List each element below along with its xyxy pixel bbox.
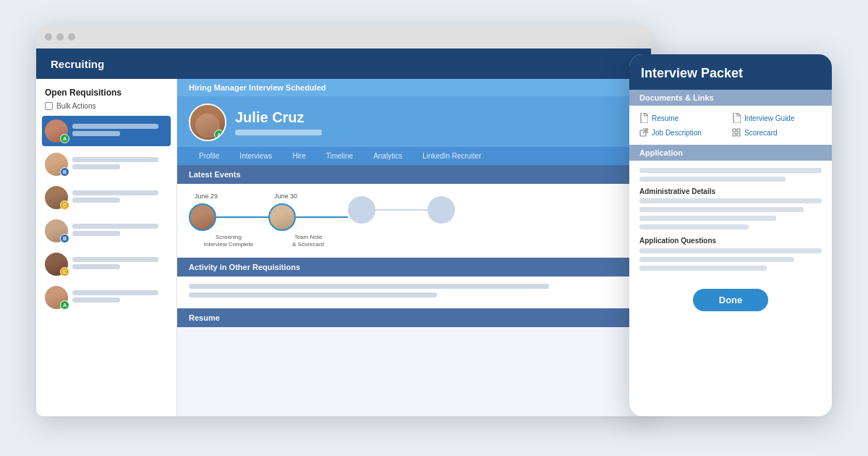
badge-4: C xyxy=(60,267,69,276)
doc-job-description[interactable]: Job Description xyxy=(639,127,729,138)
file-icon-resume xyxy=(639,113,648,123)
sidebar-text-1 xyxy=(72,157,168,172)
app-body: Open Requisitions Bulk Actions A xyxy=(36,79,651,416)
done-button[interactable]: Done xyxy=(693,289,769,311)
activity-header: Activity in Other Requisitions xyxy=(177,258,651,276)
phone-docs-section-label: Documents & Links xyxy=(629,90,832,106)
sidebar-text-5 xyxy=(72,290,168,305)
scene: Recruiting Open Requisitions Bulk Action… xyxy=(36,25,832,431)
sidebar-text-4 xyxy=(72,257,168,271)
admin-bar-1 xyxy=(639,198,822,203)
timeline-node-3 xyxy=(427,196,455,224)
phone-header: Interview Packet xyxy=(629,54,832,90)
nav-linkedin[interactable]: LinkedIn Recruiter xyxy=(412,147,491,165)
app-bar-1 xyxy=(639,168,822,173)
sidebar-bar-4b xyxy=(72,264,120,269)
timeline-label-1: Team Note& Scorecard xyxy=(292,234,324,249)
doc-interview-guide[interactable]: Interview Guide xyxy=(732,113,822,123)
sidebar-title: Open Requisitions xyxy=(42,88,171,98)
sidebar-bar-5a xyxy=(72,290,158,295)
main-content: Hiring Manager Interview Scheduled A Jul… xyxy=(177,79,651,416)
avatar-wrap-0: A xyxy=(45,119,68,143)
badge-5: A xyxy=(60,300,69,310)
bulk-actions-checkbox[interactable] xyxy=(45,102,53,110)
svg-rect-4 xyxy=(737,133,740,136)
timeline-connector-0 xyxy=(189,203,268,231)
doc-resume-label: Resume xyxy=(652,114,678,122)
sidebar-item-3[interactable]: B xyxy=(42,216,171,246)
candidate-header: Hiring Manager Interview Scheduled A Jul… xyxy=(177,79,651,165)
grid-icon xyxy=(732,127,741,138)
timeline-line-1 xyxy=(296,216,348,218)
badge-0: A xyxy=(60,134,69,143)
badge-1: B xyxy=(60,167,69,177)
question-bar-3 xyxy=(639,266,767,271)
candidate-avatar: A xyxy=(189,104,226,141)
nav-hire[interactable]: Hire xyxy=(282,147,315,165)
sidebar-item-1[interactable]: B xyxy=(42,149,171,180)
avatar-wrap-5: A xyxy=(45,286,68,309)
candidate-badge: A xyxy=(214,130,224,140)
sidebar-item-4[interactable]: C xyxy=(42,249,171,279)
question-bar-1 xyxy=(639,248,822,253)
app-questions-label: Application Questions xyxy=(639,237,822,245)
candidate-name-block: Julie Cruz xyxy=(235,109,322,135)
timeline-date-0: June 29 xyxy=(195,193,218,200)
sidebar-item-5[interactable]: A xyxy=(42,282,171,313)
external-link-icon xyxy=(639,127,648,138)
avatar-wrap-2: C xyxy=(45,186,68,209)
doc-interview-guide-label: Interview Guide xyxy=(744,114,794,122)
browser-dot-1 xyxy=(45,33,52,41)
svg-rect-2 xyxy=(737,129,740,132)
candidate-nav: Profile Interviews Hire Timeline Analyti… xyxy=(177,147,651,165)
timeline-item-1: June 30 Team Note& Scorecard xyxy=(268,193,348,249)
app-title: Recruiting xyxy=(51,58,104,70)
admin-bar-4 xyxy=(639,224,749,229)
activity-section xyxy=(177,276,651,308)
doc-job-desc-label: Job Description xyxy=(652,129,702,137)
sidebar-bar-0b xyxy=(72,131,120,136)
sidebar-text-3 xyxy=(72,224,168,238)
doc-scorecard-label: Scorecard xyxy=(744,129,778,137)
nav-timeline[interactable]: Timeline xyxy=(316,147,363,165)
bulk-actions-label: Bulk Actions xyxy=(56,102,95,110)
nav-analytics[interactable]: Analytics xyxy=(363,147,412,165)
sidebar-item-2[interactable]: C xyxy=(42,182,171,213)
nav-profile[interactable]: Profile xyxy=(189,147,229,165)
badge-3: B xyxy=(60,234,69,243)
timeline-connector-2 xyxy=(348,196,427,224)
sidebar-bar-0a xyxy=(72,124,158,129)
admin-bar-3 xyxy=(639,216,776,221)
sidebar-bar-2a xyxy=(72,190,158,195)
svg-rect-1 xyxy=(733,129,736,132)
phone-docs-area: Resume Interview Guide Job Descript xyxy=(629,106,832,145)
phone-app-section-label: Application xyxy=(629,145,832,161)
doc-scorecard[interactable]: Scorecard xyxy=(732,127,822,138)
candidate-sub-bar xyxy=(235,130,322,135)
bulk-actions[interactable]: Bulk Actions xyxy=(42,102,171,110)
latest-events-header: Latest Events xyxy=(177,165,651,184)
timeline-date-1: June 30 xyxy=(274,193,297,200)
timeline-label-0: ScreeningInterview Complete xyxy=(204,234,253,249)
app-header: Recruiting xyxy=(36,48,651,79)
phone-title: Interview Packet xyxy=(641,66,743,80)
avatar-wrap-3: B xyxy=(45,219,68,242)
timeline-connector-1 xyxy=(268,203,348,231)
sidebar: Open Requisitions Bulk Actions A xyxy=(36,79,177,416)
app-bar-2 xyxy=(639,177,786,182)
timeline-node-2 xyxy=(348,196,375,224)
nav-interviews[interactable]: Interviews xyxy=(229,147,282,165)
timeline-dates: June 29 ScreeningInterview Complete xyxy=(189,193,639,249)
doc-resume[interactable]: Resume xyxy=(639,113,729,123)
sidebar-text-2 xyxy=(72,190,168,205)
sidebar-item-0[interactable]: A xyxy=(42,116,171,146)
phone-window: Interview Packet Documents & Links Resum… xyxy=(629,54,832,416)
phone-footer: Done xyxy=(629,282,832,321)
timeline-item-2 xyxy=(348,193,427,224)
candidate-info: A Julie Cruz xyxy=(177,96,651,147)
file-icon-guide xyxy=(732,113,741,123)
timeline-line-0 xyxy=(216,216,268,218)
candidate-status: Hiring Manager Interview Scheduled xyxy=(177,79,651,96)
sidebar-bar-3b xyxy=(72,231,120,236)
avatar-wrap-4: C xyxy=(45,253,68,276)
